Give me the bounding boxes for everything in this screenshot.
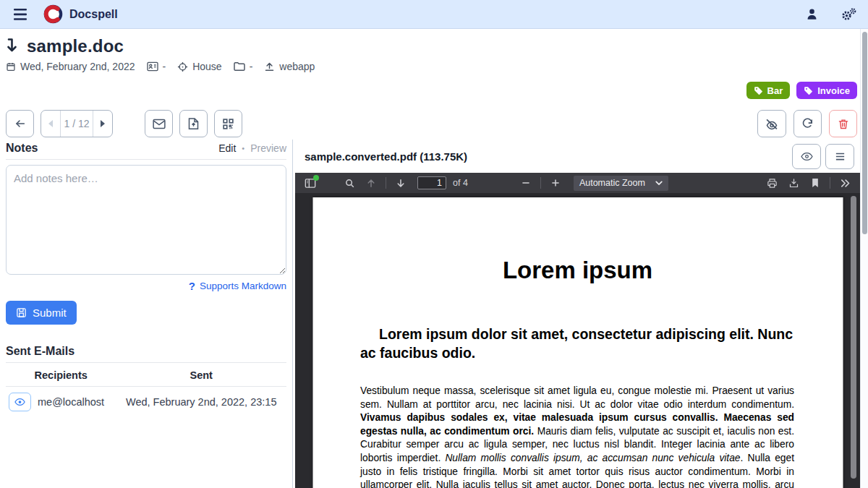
document-body: Vestibulum neque massa, scelerisque sit … (360, 385, 794, 488)
attachment-menu-button[interactable] (825, 144, 854, 169)
zoom-out-button[interactable] (516, 174, 535, 192)
print-button[interactable] (762, 174, 781, 192)
chevron-down-icon (655, 181, 663, 186)
item-date: Wed, February 2nd, 2022 (6, 61, 135, 72)
page-count-label: of 4 (453, 178, 468, 188)
window-scrollbar[interactable] (860, 29, 868, 488)
upload-icon (264, 61, 275, 72)
arrow-down-icon (6, 38, 20, 55)
pdf-page-input[interactable] (417, 176, 446, 189)
crosshairs-icon (177, 61, 188, 72)
calendar-icon (6, 61, 16, 72)
related-items-button[interactable] (214, 110, 242, 137)
sent-emails-heading: Sent E-Mails (6, 345, 75, 358)
add-file-button[interactable] (179, 110, 208, 137)
tag-list: Bar Invoice (6, 82, 859, 99)
notes-edit-tab[interactable]: Edit (218, 142, 236, 154)
tag-icon (754, 86, 763, 95)
item-source: webapp (264, 61, 315, 72)
pdf-page: Lorem ipsum Lorem ipsum dolor sit amet, … (312, 197, 843, 488)
tag-invoice[interactable]: Invoice (796, 82, 857, 99)
brand-name: Docspell (69, 8, 118, 21)
separator-dot: • (242, 144, 244, 153)
delete-button[interactable] (829, 110, 857, 137)
col-sent: Sent (116, 364, 286, 387)
document-heading: Lorem ipsum dolor sit amet, consectetur … (360, 325, 794, 362)
submit-notes-button[interactable]: Submit (6, 301, 77, 325)
notes-input[interactable] (6, 165, 286, 275)
item-header: sample.doc Wed, February 2nd, 2022 - Hou… (0, 29, 860, 137)
markdown-hint-link[interactable]: ? Supports Markdown (6, 280, 286, 292)
attachment-view-button[interactable] (792, 144, 821, 169)
notes-panel: Notes Edit • Preview ? Supports Markdown… (0, 140, 292, 488)
send-mail-button[interactable] (145, 110, 173, 137)
window-scrollbar-thumb[interactable] (862, 32, 867, 234)
pdf-scrollbar-thumb[interactable] (851, 196, 856, 479)
mail-recipients: me@localhost (38, 396, 104, 408)
next-page-button[interactable] (93, 111, 112, 137)
item-correspondent: - (147, 61, 166, 72)
pdf-viewer: of 4 Automatic Zoom (295, 173, 860, 488)
next-page-pdf-button[interactable] (391, 174, 410, 192)
docspell-logo-icon (43, 4, 63, 24)
save-icon (16, 307, 27, 318)
menu-icon[interactable] (12, 8, 30, 21)
item-folder: - (234, 61, 253, 72)
sent-email-row: me@localhost Wed, February 2nd, 2022, 23… (6, 387, 286, 418)
sidebar-toggle-button[interactable] (301, 174, 320, 192)
tag-icon (804, 86, 813, 95)
pager-value: 1 / 12 (60, 111, 93, 137)
pdfjs-toolbar: of 4 Automatic Zoom (295, 173, 860, 193)
back-button[interactable] (6, 110, 34, 137)
question-icon: ? (189, 280, 195, 292)
pdf-canvas-area[interactable]: Lorem ipsum Lorem ipsum dolor sit amet, … (295, 193, 860, 488)
document-title: Lorem ipsum (312, 257, 843, 284)
download-button[interactable] (784, 174, 803, 192)
tag-bar[interactable]: Bar (746, 82, 791, 99)
item-title: sample.doc (27, 36, 124, 56)
item-concerning: House (177, 61, 221, 72)
toolbar-more-button[interactable] (835, 174, 854, 192)
unconfirm-button[interactable] (757, 110, 786, 137)
attachment-filename: sample.converted.pdf (113.75K) (305, 150, 467, 163)
prev-page-pdf-button[interactable] (362, 174, 380, 192)
notes-preview-tab[interactable]: Preview (250, 142, 286, 154)
current-view-bookmark-button[interactable] (806, 174, 825, 192)
brand[interactable]: Docspell (43, 4, 118, 24)
folder-icon (234, 61, 245, 72)
zoom-level-select[interactable]: Automatic Zoom (574, 176, 668, 191)
find-button[interactable] (340, 174, 359, 192)
zoom-in-button[interactable] (546, 174, 565, 192)
notes-heading: Notes (6, 142, 38, 155)
page-pager: 1 / 12 (41, 110, 113, 137)
reprocess-button[interactable] (793, 110, 822, 137)
settings-cogs-icon[interactable] (841, 7, 856, 22)
attachment-panel: sample.converted.pdf (113.75K) (292, 140, 860, 488)
col-recipients: Recipients (6, 364, 116, 387)
top-navbar: Docspell (0, 0, 868, 29)
status-dot (313, 175, 319, 181)
mail-sent-date: Wed, February 2nd, 2022, 23:15 (116, 387, 286, 418)
user-icon[interactable] (805, 7, 819, 21)
address-card-icon (147, 61, 158, 72)
sent-emails-table: Recipients Sent me@localhost (6, 364, 286, 417)
prev-page-button[interactable] (41, 111, 60, 137)
pdf-scrollbar[interactable] (851, 195, 856, 488)
item-toolbar: 1 / 12 (6, 110, 859, 137)
view-mail-button[interactable] (9, 393, 31, 411)
